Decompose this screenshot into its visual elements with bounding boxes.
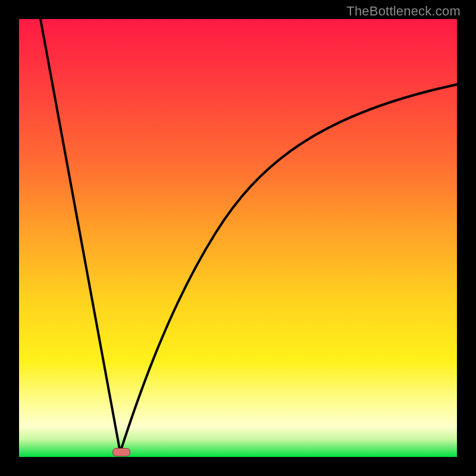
chart-frame: TheBottleneck.com	[0, 0, 476, 476]
minimum-marker	[112, 448, 130, 456]
watermark-text: TheBottleneck.com	[346, 4, 461, 19]
curve-path	[40, 19, 457, 452]
bottleneck-curve	[19, 19, 457, 457]
plot-area	[19, 19, 457, 457]
